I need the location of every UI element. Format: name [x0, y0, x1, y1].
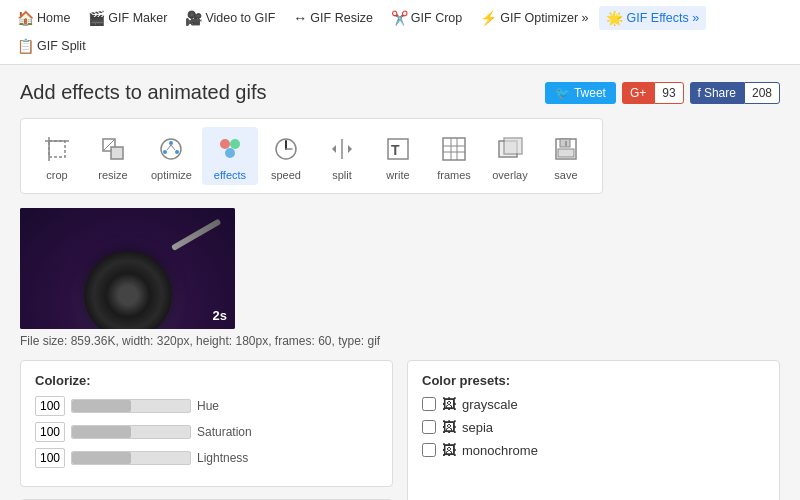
overlay-tool-label: overlay: [492, 169, 527, 181]
monochrome-checkbox[interactable]: [422, 443, 436, 457]
gplus-button[interactable]: G+: [622, 82, 654, 104]
grayscale-icon: 🖼: [442, 396, 456, 412]
svg-rect-4: [111, 147, 123, 159]
tool-save[interactable]: save: [538, 127, 594, 185]
crop-tool-label: crop: [46, 169, 67, 181]
share-group: f Share 208: [690, 82, 780, 104]
nav-crop-label: GIF Crop: [411, 11, 462, 25]
optimize-tool-label: optimize: [151, 169, 192, 181]
facebook-icon: f: [698, 86, 701, 100]
optimize-tool-icon: [153, 131, 189, 167]
tool-frames[interactable]: frames: [426, 127, 482, 185]
saturation-fill: [72, 426, 131, 438]
tool-crop[interactable]: crop: [29, 127, 85, 185]
nav-gif-split[interactable]: 📋 GIF Split: [10, 34, 93, 58]
tool-split[interactable]: split: [314, 127, 370, 185]
sepia-row: 🖼 sepia: [422, 419, 765, 435]
svg-text:T: T: [391, 142, 400, 158]
nav-gif-maker[interactable]: 🎬 GIF Maker: [81, 6, 174, 30]
lightness-input[interactable]: [35, 448, 65, 468]
hue-label: Hue: [197, 399, 257, 413]
file-info: File size: 859.36K, width: 320px, height…: [20, 334, 780, 348]
nav-gif-resize[interactable]: ↔️ GIF Resize: [286, 6, 380, 30]
tool-resize[interactable]: resize: [85, 127, 141, 185]
grayscale-checkbox[interactable]: [422, 397, 436, 411]
nav-bar: 🏠 Home 🎬 GIF Maker 🎥 Video to GIF ↔️ GIF…: [0, 0, 800, 65]
effects-tool-label: effects: [214, 169, 246, 181]
overlay-tool-icon: [492, 131, 528, 167]
grayscale-row: 🖼 grayscale: [422, 396, 765, 412]
tweet-label: Tweet: [574, 86, 606, 100]
nav-video-to-gif[interactable]: 🎥 Video to GIF: [178, 6, 282, 30]
right-controls: Color presets: 🖼 grayscale 🖼 sepia 🖼 mon…: [407, 360, 780, 500]
gif-preview: 2s: [20, 208, 235, 329]
share-label: Share: [704, 86, 736, 100]
video-icon: 🎥: [185, 10, 202, 26]
nav-gif-crop[interactable]: ✂️ GIF Crop: [384, 6, 469, 30]
share-count: 208: [744, 82, 780, 104]
resize-tool-icon: [95, 131, 131, 167]
controls-area: Colorize: Hue Saturation: [20, 360, 780, 500]
svg-point-13: [230, 139, 240, 149]
resize-tool-label: resize: [98, 169, 127, 181]
hue-input[interactable]: [35, 396, 65, 416]
saturation-input[interactable]: [35, 422, 65, 442]
sepia-checkbox[interactable]: [422, 420, 436, 434]
colorize-box: Colorize: Hue Saturation: [20, 360, 393, 487]
optimizer-icon: ⚡: [480, 10, 497, 26]
gif-preview-inner: 2s: [20, 208, 235, 329]
share-button[interactable]: f Share: [690, 82, 744, 104]
tool-speed[interactable]: speed: [258, 127, 314, 185]
gif-maker-icon: 🎬: [88, 10, 105, 26]
grayscale-label: grayscale: [462, 397, 518, 412]
nav-split-label: GIF Split: [37, 39, 86, 53]
nav-gif-optimizer[interactable]: ⚡ GIF Optimizer »: [473, 6, 595, 30]
svg-rect-0: [49, 141, 65, 157]
left-controls: Colorize: Hue Saturation: [20, 360, 393, 500]
svg-point-12: [220, 139, 230, 149]
svg-rect-23: [443, 138, 465, 160]
effects-tool-icon: [212, 131, 248, 167]
colorize-title: Colorize:: [35, 373, 378, 388]
split-tool-label: split: [332, 169, 352, 181]
nav-gif-effects[interactable]: 🌟 GIF Effects »: [599, 6, 706, 30]
color-presets-title: Color presets:: [422, 373, 765, 388]
frames-tool-icon: [436, 131, 472, 167]
gplus-group: G+ 93: [622, 82, 684, 104]
hue-fill: [72, 400, 131, 412]
hue-row: Hue: [35, 396, 378, 416]
tool-write[interactable]: T write: [370, 127, 426, 185]
lightness-fill: [72, 452, 131, 464]
svg-rect-32: [558, 149, 574, 157]
svg-rect-29: [504, 138, 522, 154]
monochrome-label: monochrome: [462, 443, 538, 458]
monochrome-icon: 🖼: [442, 442, 456, 458]
tweet-button[interactable]: 🐦 Tweet: [545, 82, 616, 104]
tool-optimize[interactable]: optimize: [141, 127, 202, 185]
tool-effects[interactable]: effects: [202, 127, 258, 185]
nav-home-label: Home: [37, 11, 70, 25]
lightness-slider[interactable]: [71, 451, 191, 465]
gplus-count: 93: [654, 82, 683, 104]
svg-point-14: [225, 148, 235, 158]
sepia-icon: 🖼: [442, 419, 456, 435]
hue-slider[interactable]: [71, 399, 191, 413]
lightness-label: Lightness: [197, 451, 257, 465]
crop-nav-icon: ✂️: [391, 10, 408, 26]
frame-counter: 2s: [213, 308, 227, 323]
svg-rect-31: [560, 139, 570, 147]
main-content: Add effects to animated gifs 🐦 Tweet G+ …: [0, 65, 800, 500]
nav-video-label: Video to GIF: [205, 11, 275, 25]
sepia-label: sepia: [462, 420, 493, 435]
split-tool-icon: [324, 131, 360, 167]
tool-overlay[interactable]: overlay: [482, 127, 538, 185]
effects-nav-icon: 🌟: [606, 10, 623, 26]
nav-home[interactable]: 🏠 Home: [10, 6, 77, 30]
saturation-label: Saturation: [197, 425, 257, 439]
saturation-slider[interactable]: [71, 425, 191, 439]
nav-effects-label: GIF Effects »: [626, 11, 699, 25]
speed-tool-label: speed: [271, 169, 301, 181]
svg-line-11: [167, 145, 171, 150]
svg-point-9: [163, 150, 167, 154]
save-tool-label: save: [554, 169, 577, 181]
